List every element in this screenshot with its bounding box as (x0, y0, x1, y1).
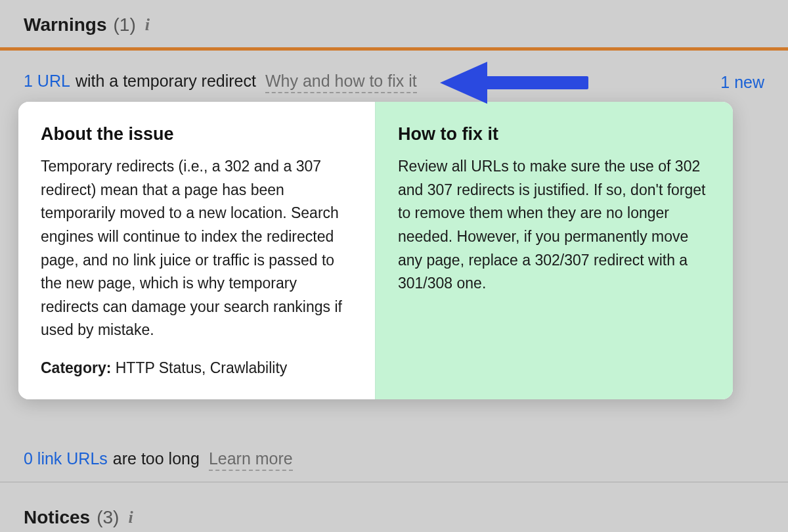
info-icon[interactable]: i (128, 508, 133, 527)
issue-url-count-link[interactable]: 0 link URLs (24, 449, 108, 468)
issue-row-temporary-redirect: 1 URL with a temporary redirect Why and … (0, 51, 788, 100)
warnings-count: (1) (114, 14, 136, 35)
info-icon[interactable]: i (145, 15, 150, 35)
why-and-how-link[interactable]: Why and how to fix it (265, 72, 417, 93)
issue-new-badge[interactable]: 1 new (720, 73, 764, 92)
warnings-title: Warnings (24, 14, 107, 35)
tooltip-about-heading: About the issue (41, 124, 351, 144)
tooltip-about-body: Temporary redirects (i.e., a 302 and a 3… (41, 155, 351, 342)
issue-description: are too long (113, 449, 200, 468)
issue-help-tooltip: About the issue Temporary redirects (i.e… (18, 102, 733, 399)
warnings-header: Warnings (1) i (0, 0, 788, 47)
notices-header: Notices (3) i (0, 497, 788, 528)
notices-title: Notices (24, 507, 90, 528)
notices-count: (3) (97, 507, 119, 528)
issue-row-left: 1 URL with a temporary redirect Why and … (24, 72, 417, 93)
tooltip-fix-panel: How to fix it Review all URLs to make su… (376, 102, 733, 399)
tooltip-category-label: Category: (41, 359, 111, 376)
learn-more-link[interactable]: Learn more (209, 449, 293, 471)
issue-url-count-link[interactable]: 1 URL (24, 72, 70, 91)
tooltip-about-panel: About the issue Temporary redirects (i.e… (18, 102, 376, 399)
issue-description: with a temporary redirect (76, 72, 256, 91)
issue-row-link-urls-long: 0 link URLs are too long Learn more (0, 439, 788, 483)
tooltip-category: Category: HTTP Status, Crawlability (41, 359, 351, 377)
tooltip-fix-heading: How to fix it (398, 124, 709, 144)
tooltip-category-value: HTTP Status, Crawlability (111, 359, 287, 376)
tooltip-fix-body: Review all URLs to make sure the use of … (398, 155, 709, 296)
